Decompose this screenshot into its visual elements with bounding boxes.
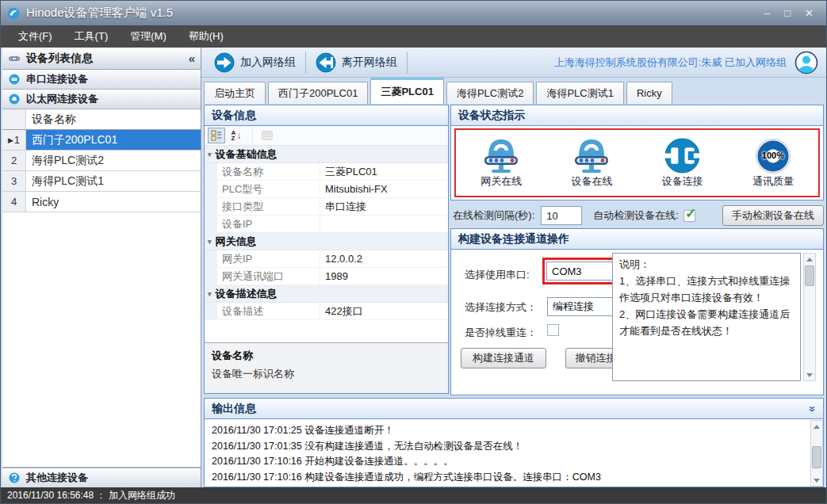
device-status-panel: 设备状态指示 网关在线: [450, 105, 824, 200]
sidebar-collapse-icon[interactable]: «: [189, 52, 195, 65]
device-status-panel-title: 设备状态指示: [451, 105, 823, 126]
row-number-header: [2, 109, 26, 129]
tab-start-page[interactable]: 启动主页: [204, 82, 266, 104]
device-list-icon: [8, 52, 21, 65]
property-row[interactable]: 网关IP12.0.0.2: [205, 250, 448, 268]
note-line: 说明：: [619, 256, 794, 273]
build-channel-button[interactable]: 构建连接通道: [461, 348, 546, 368]
menu-tools[interactable]: 工具(T): [63, 25, 120, 48]
comm-quality-value: 100%: [755, 151, 791, 160]
tab-ricky[interactable]: Ricky: [626, 82, 672, 104]
other-device-icon: [9, 472, 20, 483]
interval-input[interactable]: [541, 206, 582, 225]
indicator-label: 设备连接: [662, 174, 703, 189]
tab-siemens-plc[interactable]: 西门子200PLC01: [268, 82, 368, 104]
output-scrollbar[interactable]: [810, 420, 823, 487]
property-description-box: 设备名称 设备唯一标识名称: [205, 342, 448, 393]
checkmark-icon: ✓: [685, 205, 696, 222]
manual-detect-button[interactable]: 手动检测设备在线: [722, 205, 824, 226]
property-pages-icon: [252, 128, 276, 143]
note-line: 2、网口连接设备需要构建连接通道后才能看到是否在线状态！: [619, 306, 794, 339]
device-list-sidebar: 设备列表信息 « 串口连接设备 以太网连接设备 设备名称 ▶1 西门: [2, 48, 201, 487]
categorized-view-icon[interactable]: [208, 128, 225, 143]
scroll-up-icon[interactable]: [804, 254, 815, 265]
output-panel-title: 输出信息: [212, 402, 256, 416]
serial-device-icon: [9, 74, 20, 85]
sidebar-item-serial-devices[interactable]: 串口连接设备: [2, 70, 201, 90]
maximize-button[interactable]: □: [784, 7, 791, 19]
menu-bar: 文件(F) 工具(T) 管理(M) 帮助(H): [1, 25, 826, 48]
sidebar-item-label: 其他连接设备: [26, 471, 88, 485]
toolbar-separator: [407, 52, 408, 74]
reconnect-label: 是否掉线重连：: [465, 326, 537, 340]
toolbar-button-label: 加入网络组: [240, 55, 296, 70]
property-category[interactable]: ▾设备描述信息: [205, 285, 448, 303]
menu-manage[interactable]: 管理(M): [119, 25, 178, 48]
join-network-group-button[interactable]: 加入网络组: [206, 50, 304, 75]
output-panel: 输出信息 » 2016/11/30 17:01:25 设备连接通道断开！ 201…: [204, 398, 824, 487]
device-table-header: 设备名称: [2, 109, 201, 130]
status-bar: 2016/11/30 16:56:48 ： 加入网络组成功: [1, 487, 826, 503]
minimize-button[interactable]: –: [764, 7, 770, 19]
status-highlight-red-box: 网关在线 设备在线: [454, 128, 820, 197]
table-row[interactable]: ▶1 西门子200PLC01: [2, 130, 201, 151]
device-connect-icon: [664, 137, 701, 174]
status-bar-text: 2016/11/30 16:56:48 ： 加入网络组成功: [7, 489, 175, 502]
close-button[interactable]: ✕: [805, 7, 814, 19]
device-name: 西门子200PLC01: [26, 130, 201, 150]
collapse-panel-icon[interactable]: »: [806, 406, 819, 412]
scrollbar-thumb[interactable]: [805, 265, 814, 286]
device-name: 海得PLC测试2: [26, 151, 201, 170]
table-row[interactable]: 3 海得PLC测试1: [2, 171, 201, 192]
window-title: Hinode设备管理客户端 v1.5: [26, 6, 173, 21]
property-row[interactable]: PLC型号Mitsubishi-FX: [205, 181, 448, 198]
auto-detect-checkbox[interactable]: ✓: [683, 210, 695, 222]
user-network-status-text: 上海海得控制系统股份有限公司:朱威 已加入网络组: [554, 55, 787, 70]
sidebar-item-label: 串口连接设备: [26, 72, 88, 86]
sidebar-title: 设备列表信息: [26, 52, 93, 66]
scroll-down-icon[interactable]: [811, 475, 822, 486]
menu-help[interactable]: 帮助(H): [178, 25, 235, 48]
tab-hite-plc-test1[interactable]: 海得PLC测试1: [536, 82, 624, 104]
device-table: 设备名称 ▶1 西门子200PLC01 2 海得PLC测试2 3 海得PLC测试…: [2, 109, 201, 468]
gateway-online-icon: [480, 137, 523, 174]
property-row[interactable]: 设备描述422接口: [205, 303, 448, 320]
build-channel-panel-title: 构建设备连接通道操作: [451, 229, 823, 250]
build-channel-panel: 构建设备连接通道操作 选择使用串口: COM3 选择连接方式： 编程连接 是否掉…: [450, 228, 824, 395]
table-row[interactable]: 2 海得PLC测试2: [2, 151, 201, 171]
sidebar-item-ethernet-devices[interactable]: 以太网连接设备: [2, 90, 201, 109]
sidebar-item-other-devices[interactable]: 其他连接设备: [2, 468, 201, 487]
log-line: 2016/11/30 17:10:16 开始构建设备连接通道。。。。。: [212, 454, 802, 470]
property-row[interactable]: 设备名称三菱PLC01: [205, 163, 448, 181]
menu-file[interactable]: 文件(F): [7, 25, 63, 48]
property-row[interactable]: 设备IP: [205, 216, 448, 233]
scroll-up-icon[interactable]: [811, 421, 822, 432]
note-scrollbar[interactable]: [803, 253, 816, 381]
log-line: 2016/11/30 17:01:35 没有构建连接通道，无法自动检测设备是否在…: [212, 439, 802, 455]
table-row[interactable]: 4 Ricky: [2, 192, 201, 212]
tab-mitsubishi-plc[interactable]: 三菱PLC01: [370, 78, 443, 104]
property-grid: ▾设备基础信息 设备名称三菱PLC01 PLC型号Mitsubishi-FX 接…: [205, 146, 448, 342]
log-line: 2016/11/30 17:10:16 构建设备连接通道成功，编程方式连接串口设…: [212, 470, 802, 486]
leave-network-group-button[interactable]: 离开网络组: [308, 50, 405, 75]
reconnect-checkbox[interactable]: [547, 324, 559, 336]
log-line: 2016/11/30 17:01:25 设备连接通道断开！: [212, 423, 802, 439]
property-category[interactable]: ▾网关信息: [205, 233, 448, 250]
scroll-down-icon[interactable]: [804, 369, 815, 380]
device-connected-indicator: 设备连接: [637, 130, 728, 196]
tab-hite-plc-test2[interactable]: 海得PLC测试2: [446, 82, 534, 104]
user-avatar[interactable]: [794, 51, 818, 74]
device-name-column-header: 设备名称: [26, 109, 201, 129]
property-grid-toolbar: AZ ↓: [205, 126, 448, 146]
gateway-online-indicator: 网关在线: [456, 130, 546, 196]
sidebar-header: 设备列表信息 «: [2, 48, 201, 70]
connect-mode-label: 选择连接方式：: [465, 300, 537, 315]
device-online-indicator: 设备在线: [546, 130, 637, 196]
sort-alphabetical-icon[interactable]: AZ ↓: [228, 128, 245, 143]
scrollbar-thumb[interactable]: [812, 446, 821, 468]
property-row[interactable]: 接口类型串口连接: [205, 198, 448, 216]
join-network-icon: [214, 52, 235, 73]
property-row[interactable]: 网关通讯端口1989: [205, 268, 448, 285]
interval-label: 在线检测间隔(秒):: [453, 208, 534, 223]
property-category[interactable]: ▾设备基础信息: [205, 146, 448, 163]
